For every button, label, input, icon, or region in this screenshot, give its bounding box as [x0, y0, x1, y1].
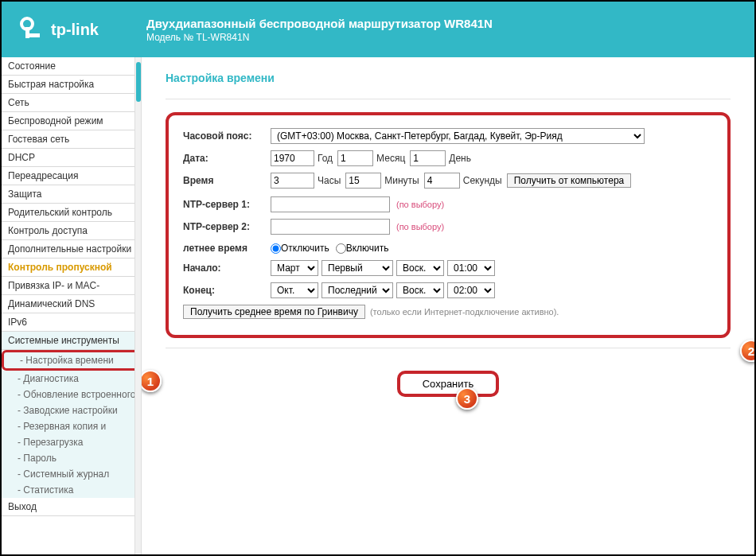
hour-input[interactable]: [271, 173, 314, 189]
gmt-note: (только если Интернет-подключение активн…: [370, 307, 559, 317]
sidebar-item-parental[interactable]: Родительский контроль: [2, 204, 141, 222]
annotation-badge-1: 1: [142, 370, 162, 392]
label-second: Секунды: [463, 175, 502, 186]
sidebar-sub-factory[interactable]: - Заводские настройки: [2, 402, 141, 418]
sidebar-sub-backup[interactable]: - Резервная копия и: [2, 418, 141, 434]
header-title-block: Двухдиапазонный беспроводной маршрутизат…: [146, 17, 493, 43]
sidebar-item-wireless[interactable]: Беспроводной режим: [2, 112, 141, 130]
label-ntp2: NTP-сервер 2:: [183, 221, 271, 232]
sidebar-item-access[interactable]: Контроль доступа: [2, 222, 141, 240]
ntp2-input[interactable]: [271, 219, 390, 235]
sidebar-sub-firmware[interactable]: - Обновление встроенного: [2, 387, 141, 402]
label-date: Дата:: [183, 153, 271, 164]
end-time-select[interactable]: 02:00: [447, 282, 495, 298]
brand-logo: tp-link: [18, 16, 99, 43]
day-input[interactable]: [410, 150, 446, 166]
sidebar-scrollbar-thumb[interactable]: [136, 62, 141, 102]
get-gmt-button[interactable]: Получить среднее время по Гринвичу: [183, 305, 365, 319]
sidebar-item-dhcp[interactable]: DHCP: [2, 149, 141, 167]
ntp1-hint: (по выбору): [396, 200, 444, 209]
start-day-select[interactable]: Воск.: [396, 260, 444, 276]
timezone-select[interactable]: (GMT+03:00) Москва, Санкт-Петербург, Баг…: [271, 128, 645, 144]
sidebar-item-ipmac[interactable]: Привязка IP- и MAC-: [2, 277, 141, 295]
label-month: Месяц: [376, 153, 405, 164]
sidebar-item-security[interactable]: Защита: [2, 185, 141, 204]
sidebar-item-quicksetup[interactable]: Быстрая настройка: [2, 76, 141, 94]
dst-on-radio[interactable]: Включить: [336, 243, 389, 254]
tplink-icon: [18, 16, 45, 43]
label-time: Время: [183, 175, 271, 186]
label-dst: летнее время: [183, 243, 271, 254]
sidebar-item-bandwidth[interactable]: Контроль пропускной: [2, 259, 141, 277]
router-model: Модель № TL-WR841N: [146, 32, 493, 43]
start-time-select[interactable]: 01:00: [447, 260, 495, 276]
label-end: Конец:: [183, 285, 271, 296]
sidebar-sub-diag[interactable]: - Диагностика: [2, 371, 141, 387]
end-day-select[interactable]: Воск.: [396, 282, 444, 298]
second-input[interactable]: [424, 173, 460, 189]
label-year: Год: [318, 153, 333, 164]
divider-top: [166, 99, 731, 99]
page-title: Настройка времени: [166, 72, 731, 84]
save-button[interactable]: Сохранить: [397, 371, 500, 397]
router-title: Двухдиапазонный беспроводной маршрутизат…: [146, 17, 493, 30]
sidebar-sub-reboot[interactable]: - Перезагрузка: [2, 434, 141, 450]
annotation-badge-3: 3: [456, 387, 478, 410]
ntp1-input[interactable]: [271, 196, 390, 212]
label-day: День: [449, 153, 471, 164]
sidebar-item-forwarding[interactable]: Переадресация: [2, 167, 141, 185]
sidebar-item-ddns[interactable]: Динамический DNS: [2, 295, 141, 313]
sidebar-item-network[interactable]: Сеть: [2, 94, 141, 112]
dst-off-radio[interactable]: Отключить: [271, 243, 329, 254]
sidebar-item-guest[interactable]: Гостевая сеть: [2, 130, 141, 149]
start-month-select[interactable]: Март: [271, 260, 318, 276]
end-week-select[interactable]: Последний: [321, 282, 393, 298]
annotation-badge-2: 2: [740, 340, 754, 362]
label-minute: Минуты: [384, 175, 419, 186]
sidebar-item-status[interactable]: Состояние: [2, 57, 141, 76]
sidebar-item-advanced[interactable]: Дополнительные настройки: [2, 240, 141, 259]
sidebar-item-systemtools[interactable]: Системные инструменты: [2, 332, 141, 350]
year-input[interactable]: [271, 150, 314, 166]
svg-rect-2: [29, 33, 40, 37]
brand-text: tp-link: [51, 21, 99, 39]
sidebar-sub-time[interactable]: - Настройка времени: [2, 350, 141, 371]
content-area: Настройка времени Часовой пояс: (GMT+03:…: [142, 57, 754, 554]
label-timezone: Часовой пояс:: [183, 130, 271, 142]
label-ntp1: NTP-сервер 1:: [183, 199, 271, 210]
sidebar: Состояние Быстрая настройка Сеть Беспров…: [2, 57, 142, 554]
ntp2-hint: (по выбору): [396, 222, 444, 231]
divider-bottom: [166, 348, 731, 348]
start-week-select[interactable]: Первый: [321, 260, 393, 276]
minute-input[interactable]: [345, 173, 381, 189]
app-header: tp-link Двухдиапазонный беспроводной мар…: [2, 2, 754, 57]
sidebar-sub-password[interactable]: - Пароль: [2, 450, 141, 466]
month-input[interactable]: [337, 150, 373, 166]
sidebar-scrollbar-track[interactable]: [134, 57, 141, 554]
sidebar-item-ipv6[interactable]: IPv6: [2, 313, 141, 332]
label-hour: Часы: [318, 175, 341, 186]
sidebar-sub-stats[interactable]: - Статистика: [2, 482, 141, 498]
get-from-pc-button[interactable]: Получить от компьютера: [507, 173, 632, 188]
time-settings-panel: Часовой пояс: (GMT+03:00) Москва, Санкт-…: [166, 112, 731, 338]
sidebar-item-logout[interactable]: Выход: [2, 498, 141, 516]
sidebar-sub-syslog[interactable]: - Системный журнал: [2, 466, 141, 482]
label-start: Начало:: [183, 262, 271, 274]
end-month-select[interactable]: Окт.: [271, 282, 318, 298]
